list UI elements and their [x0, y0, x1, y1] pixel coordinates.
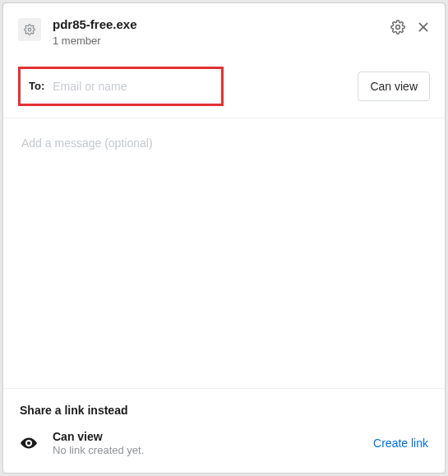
svg-point-5 — [27, 441, 30, 445]
to-label: To: — [29, 80, 44, 92]
permission-dropdown[interactable]: Can view — [358, 72, 430, 101]
dialog-header: pdr85-free.exe 1 member — [3, 3, 445, 58]
share-link-heading: Share a link instead — [20, 404, 428, 417]
close-button[interactable] — [417, 21, 430, 34]
link-status: No link created yet. — [53, 444, 373, 456]
settings-button[interactable] — [390, 20, 405, 35]
link-permission-label: Can view — [53, 430, 373, 443]
message-input[interactable] — [21, 136, 427, 150]
svg-point-0 — [28, 28, 31, 31]
share-dialog: pdr85-free.exe 1 member To: Can view — [2, 2, 446, 474]
dialog-footer: Share a link instead Can view No link cr… — [3, 388, 445, 473]
svg-point-1 — [396, 25, 400, 30]
create-link-button[interactable]: Create link — [373, 437, 428, 450]
link-row: Can view No link created yet. Create lin… — [20, 430, 428, 456]
message-area — [3, 118, 445, 389]
eye-icon — [20, 434, 38, 452]
recipient-row: To: Can view — [3, 58, 445, 118]
header-actions — [390, 20, 430, 35]
member-count: 1 member — [53, 35, 390, 47]
link-text-block: Can view No link created yet. — [53, 430, 373, 456]
recipient-field-highlight: To: — [18, 67, 224, 106]
recipient-input[interactable] — [53, 80, 213, 93]
file-name: pdr85-free.exe — [53, 16, 390, 33]
file-icon — [18, 18, 41, 41]
title-block: pdr85-free.exe 1 member — [53, 16, 390, 47]
